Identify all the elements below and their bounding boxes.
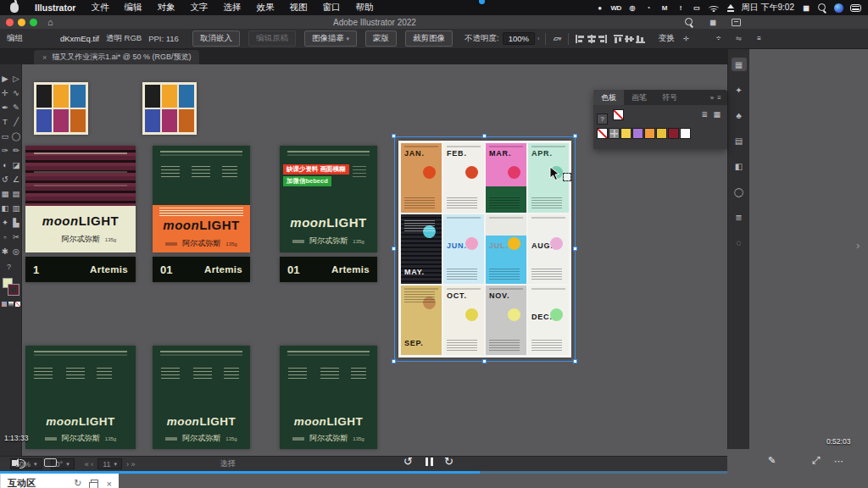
unembed-button[interactable]: 取消嵌入 — [192, 30, 240, 47]
mask-button[interactable]: 蒙版 — [365, 30, 397, 47]
status-icon-notification[interactable]: ● — [594, 4, 604, 12]
status-icon-creative-cloud[interactable]: ◎ — [627, 4, 637, 12]
swatch-maroon[interactable] — [668, 128, 679, 139]
poster-artemis-2[interactable]: moonLIGHT 阿尔忒弥斯135g — [153, 146, 250, 252]
swatch-orange[interactable] — [644, 128, 655, 139]
first-artboard-icon[interactable]: « ‹ — [85, 460, 94, 469]
menu-type[interactable]: 文字 — [182, 2, 215, 14]
control-menu-icon[interactable]: ≡ — [754, 35, 764, 42]
selection-handle[interactable] — [482, 134, 487, 138]
tool-row[interactable]: T╱ — [0, 114, 21, 129]
eject-icon[interactable] — [726, 4, 735, 12]
calendar-artboard[interactable]: JAN. FEB. MAR. APR. MAY. JUN. — [398, 141, 571, 358]
refresh-icon[interactable]: ↻ — [74, 478, 81, 488]
more-options-icon[interactable]: ⋯ — [834, 456, 843, 467]
tool-row[interactable]: ◧▥ — [0, 201, 21, 215]
palette-artboard-1[interactable] — [34, 82, 88, 135]
artboard-number-field[interactable]: 11▾ — [97, 458, 122, 469]
control-center-icon[interactable] — [850, 4, 861, 12]
status-icon-wd-drive[interactable]: WD — [610, 4, 620, 12]
siri-icon[interactable] — [834, 3, 843, 13]
stroke-color-swatch[interactable] — [8, 285, 19, 295]
panel-icon-brushes[interactable]: ✦ — [732, 83, 747, 97]
color-button[interactable] — [2, 302, 7, 307]
status-icon-app-m[interactable]: M — [659, 4, 670, 12]
selection-handle[interactable] — [392, 247, 396, 251]
poster-band-3[interactable]: 01Artemis — [280, 257, 377, 282]
panel-icon-artboards[interactable]: ◧ — [732, 159, 747, 173]
free-transform-icon[interactable]: ⊹ — [681, 35, 691, 42]
selection-handle[interactable] — [392, 134, 396, 138]
menu-app[interactable]: Illustrator — [27, 3, 83, 13]
pencil-icon[interactable]: ✎ — [768, 455, 776, 466]
poster-band-1[interactable]: 1Artemis — [25, 257, 136, 282]
tool-row[interactable]: ▦▤ — [0, 186, 21, 201]
menu-effect[interactable]: 效果 — [248, 2, 281, 14]
tool-row[interactable]: ✒✎ — [0, 100, 21, 114]
menu-clock[interactable]: 周日 下午9:02 — [742, 2, 794, 14]
opacity-caret[interactable]: › — [537, 36, 539, 42]
selection-handle[interactable] — [573, 134, 577, 138]
panel-menu-icon[interactable]: » ≡ — [710, 94, 727, 102]
status-icon-display[interactable]: ▭ — [692, 4, 702, 12]
menu-view[interactable]: 视图 — [281, 2, 314, 14]
tool-row[interactable]: ↺∠ — [0, 172, 21, 186]
tool-row[interactable]: ✑✏ — [0, 143, 21, 158]
style-icon[interactable]: ▱▾ — [552, 35, 562, 42]
swatch-white[interactable] — [680, 128, 691, 139]
selection-handle[interactable] — [573, 359, 577, 363]
presenter-screen-icon[interactable] — [44, 458, 57, 467]
menu-select[interactable]: 选择 — [215, 2, 248, 14]
poster-bottom[interactable]: moonLIGHT 阿尔忒弥斯135g — [25, 346, 136, 449]
panel-icon-links[interactable]: ◌ — [732, 236, 747, 249]
gradient-button[interactable] — [8, 302, 14, 307]
transform-label[interactable]: 变换 — [658, 33, 674, 44]
rewind-icon[interactable]: ↺ — [403, 455, 413, 468]
close-tab-icon[interactable]: × — [42, 53, 47, 62]
tab-symbols[interactable]: 符号 — [654, 90, 685, 105]
swatch-registration[interactable] — [609, 128, 620, 139]
status-icon-alert[interactable]: ! — [676, 4, 686, 12]
align-bottom-icon[interactable] — [635, 34, 646, 44]
poster-artemis-1[interactable]: moonLIGHT 阿尔忒弥斯135g — [25, 146, 136, 252]
tool-row[interactable]: ◐◪ — [0, 158, 21, 172]
forward-icon[interactable]: ↻ — [444, 455, 453, 468]
panel-icon-color[interactable]: ◯ — [732, 185, 747, 198]
status-icon-time-machine[interactable]: ◔ — [643, 4, 654, 12]
crop-image-button[interactable]: 裁剪图像 — [405, 30, 453, 47]
last-artboard-icon[interactable]: › » — [126, 460, 136, 469]
search-icon[interactable] — [818, 3, 827, 13]
close-icon[interactable]: × — [107, 479, 112, 488]
poster-artemis-3[interactable]: 缺课少资料 画面模糊 加微信bebecd moonLIGHT 阿尔忒弥斯135g — [280, 146, 377, 252]
popout-icon[interactable] — [91, 480, 98, 487]
panel-icon-layers[interactable]: ▤ — [732, 134, 747, 147]
align-center-icon[interactable] — [586, 34, 597, 44]
tool-row[interactable]: ▭◯ — [0, 129, 21, 143]
menu-file[interactable]: 文件 — [83, 2, 116, 14]
poster-band-2[interactable]: 01Artemis — [153, 257, 250, 282]
swatch-yellow[interactable] — [620, 128, 632, 139]
speaker-icon[interactable] — [12, 460, 16, 466]
menu-window[interactable]: 窗口 — [314, 2, 348, 14]
panel-icon-symbols[interactable]: ♣ — [732, 108, 747, 122]
grid-icon[interactable]: ▦ — [801, 4, 811, 12]
selection-handle[interactable] — [573, 247, 577, 251]
selection-handle[interactable] — [392, 359, 396, 363]
swatch-none[interactable] — [597, 128, 608, 139]
tool-row[interactable]: ✦▙ — [0, 215, 21, 230]
arrange-windows-icon[interactable] — [732, 19, 741, 26]
pause-icon[interactable] — [426, 458, 433, 466]
align-right-icon[interactable] — [597, 34, 608, 44]
selection-handle[interactable] — [482, 359, 487, 363]
linked-file-name[interactable]: dKxmEq.tif — [60, 34, 99, 43]
align-top-icon[interactable] — [613, 34, 624, 44]
swatch-purple[interactable] — [632, 128, 643, 139]
panel-icon-swatches[interactable]: ▦ — [732, 58, 747, 71]
none-swatch[interactable] — [613, 109, 624, 120]
poster-bottom[interactable]: moonLIGHT 阿尔忒弥斯135g — [153, 346, 250, 449]
menu-edit[interactable]: 编辑 — [116, 2, 149, 14]
none-button[interactable] — [15, 302, 20, 307]
question-swatch[interactable]: ? — [597, 114, 608, 125]
panel-icon-properties[interactable]: ≣ — [732, 210, 747, 224]
opacity-field[interactable]: 100% — [503, 32, 535, 45]
